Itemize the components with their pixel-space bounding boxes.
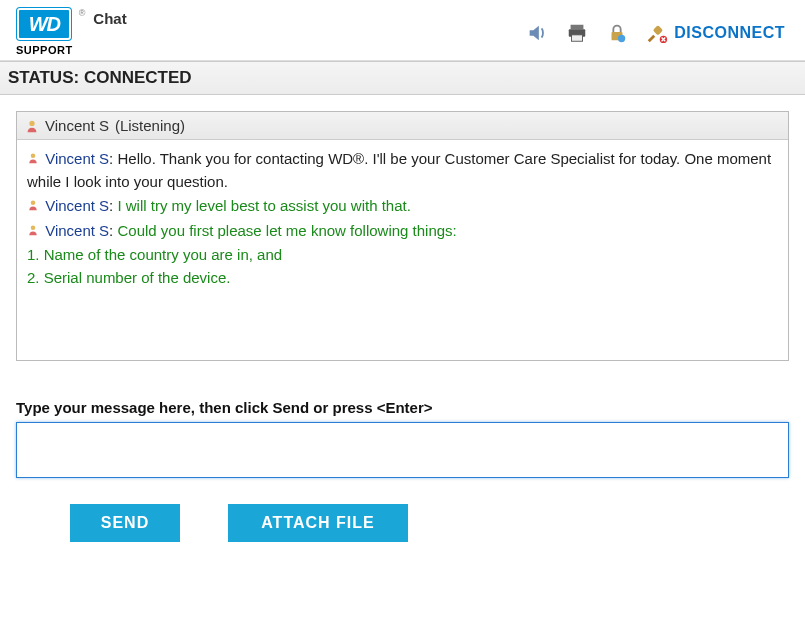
message-sender: Vincent S: [45, 150, 109, 167]
disconnect-label: DISCONNECT: [674, 24, 785, 42]
print-icon[interactable]: [566, 22, 588, 44]
chat-list-item: 2. Serial number of the device.: [27, 267, 778, 290]
svg-rect-0: [571, 25, 584, 30]
chat-message: Vincent S: Could you first please let me…: [27, 220, 778, 243]
operator-state: (Listening): [115, 117, 185, 134]
svg-rect-5: [653, 25, 663, 35]
disconnect-button[interactable]: DISCONNECT: [646, 22, 785, 44]
chat-message: Vincent S: I will try my level best to a…: [27, 195, 778, 218]
support-label: SUPPORT: [16, 44, 73, 56]
chat-list-item: 1. Name of the country you are in, and: [27, 244, 778, 267]
chat-operator-header: Vincent S (Listening): [17, 112, 788, 140]
registered-mark: ®: [79, 8, 86, 18]
button-row: SEND ATTACH FILE: [70, 504, 789, 542]
svg-point-8: [31, 154, 36, 159]
message-text: Could you first please let me know follo…: [117, 222, 456, 239]
status-bar: STATUS: CONNECTED: [0, 61, 805, 95]
chat-title: Chat: [93, 10, 126, 27]
operator-avatar-icon: [27, 199, 41, 213]
sound-icon[interactable]: [526, 22, 548, 44]
chat-panel: Vincent S (Listening) Vincent S: Hello. …: [16, 111, 789, 361]
chat-message: Vincent S: Hello. Thank you for contacti…: [27, 148, 778, 193]
send-button[interactable]: SEND: [70, 504, 180, 542]
header-bar: WD SUPPORT ® Chat DISCONNECT: [0, 0, 805, 61]
svg-point-7: [29, 120, 34, 125]
operator-avatar-icon: [27, 224, 41, 238]
status-label: STATUS:: [8, 68, 79, 87]
brand-block: WD SUPPORT ® Chat: [16, 8, 127, 56]
message-sender: Vincent S: [45, 197, 109, 214]
attach-file-button[interactable]: ATTACH FILE: [228, 504, 408, 542]
lock-icon[interactable]: [606, 22, 628, 44]
compose-label: Type your message here, then click Send …: [16, 399, 789, 416]
toolbar: DISCONNECT: [526, 22, 785, 44]
svg-point-9: [31, 201, 36, 206]
message-input[interactable]: [16, 422, 789, 478]
svg-point-10: [31, 225, 36, 230]
svg-point-4: [618, 35, 625, 42]
operator-avatar-icon: [25, 119, 39, 133]
plug-disconnect-icon: [646, 22, 668, 44]
message-sender: Vincent S: [45, 222, 109, 239]
message-text: I will try my level best to assist you w…: [117, 197, 410, 214]
compose-area: Type your message here, then click Send …: [0, 399, 805, 562]
svg-rect-2: [572, 35, 583, 41]
chat-transcript: Vincent S: Hello. Thank you for contacti…: [17, 140, 788, 360]
logo-block: WD SUPPORT: [16, 8, 73, 56]
status-value: CONNECTED: [84, 68, 192, 87]
operator-avatar-icon: [27, 152, 41, 166]
wd-logo: WD: [17, 8, 71, 40]
operator-name: Vincent S: [45, 117, 109, 134]
message-text: Hello. Thank you for contacting WD®. I'l…: [27, 150, 771, 190]
